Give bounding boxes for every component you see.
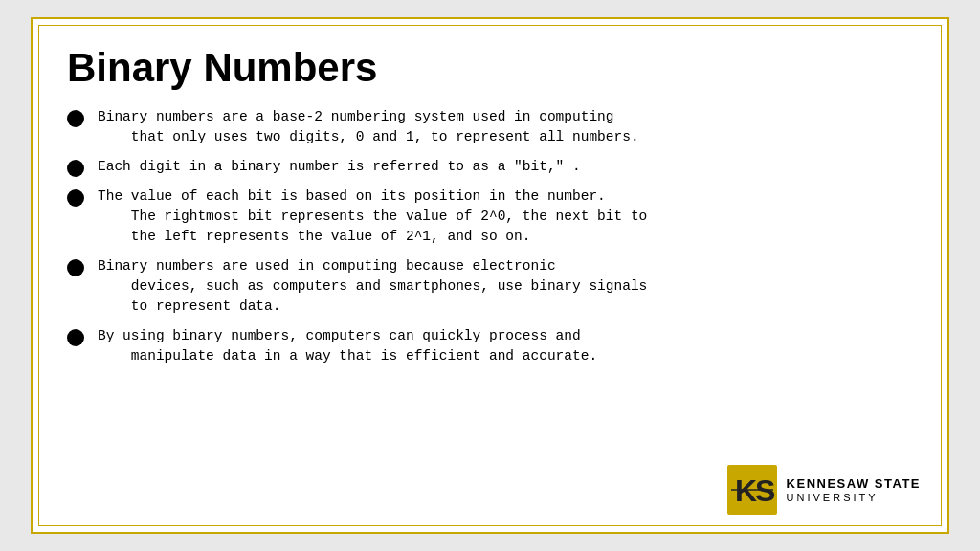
list-item: Binary numbers are a base-2 numbering sy… [67, 107, 913, 147]
bullet-dot [67, 110, 84, 127]
bullet-dot [67, 189, 84, 207]
slide-container: Binary Numbers Binary numbers are a base… [31, 17, 949, 534]
university-name: KENNESAW STATE [787, 476, 921, 492]
slide-title: Binary Numbers [67, 46, 913, 90]
university-sub: UNIVERSITY [787, 492, 879, 503]
bullet-dot [67, 160, 84, 177]
bullet-text: Binary numbers are used in computing bec… [98, 256, 913, 317]
bullet-dot [67, 329, 84, 346]
bullet-text: Binary numbers are a base-2 numbering sy… [98, 107, 913, 147]
svg-text:KS: KS [735, 474, 775, 508]
bullet-text: The value of each bit is based on its po… [98, 187, 913, 247]
bullet-text: Each digit in a binary number is referre… [98, 157, 913, 177]
list-item: Binary numbers are used in computing bec… [67, 256, 913, 317]
bullet-dot [67, 259, 84, 276]
university-logo: KS KENNESAW STATE UNIVERSITY [727, 465, 921, 515]
logo-text-block: KENNESAW STATE UNIVERSITY [787, 476, 921, 503]
list-item: By using binary numbers, computers can q… [67, 326, 913, 366]
ksu-emblem: KS [727, 465, 777, 515]
list-item: Each digit in a binary number is referre… [67, 157, 913, 177]
bullet-text: By using binary numbers, computers can q… [98, 326, 913, 366]
list-item: The value of each bit is based on its po… [67, 187, 913, 247]
bullet-list: Binary numbers are a base-2 numbering sy… [67, 107, 913, 366]
